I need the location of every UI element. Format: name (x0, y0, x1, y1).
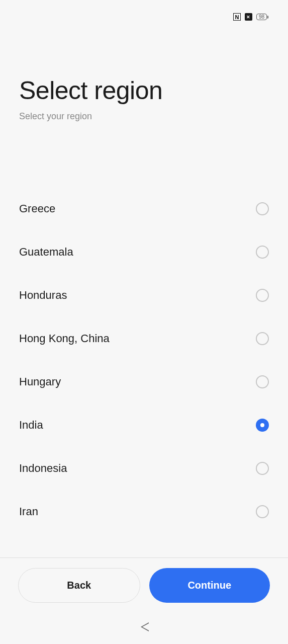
region-label: Hungary (19, 375, 61, 388)
region-label: Greece (19, 202, 55, 215)
radio-icon[interactable] (256, 375, 269, 388)
region-label: Honduras (19, 289, 67, 302)
region-item[interactable]: India (0, 404, 288, 447)
region-item[interactable]: Hong Kong, China (0, 317, 288, 360)
page-header: Select region Select your region (0, 26, 288, 122)
radio-icon[interactable] (256, 289, 269, 302)
battery-level: 98 (256, 14, 267, 20)
page-subtitle: Select your region (19, 111, 269, 122)
region-label: Hong Kong, China (19, 332, 110, 345)
system-nav-bar (0, 613, 288, 644)
radio-icon[interactable] (256, 332, 269, 345)
region-list: GreeceGuatemalaHondurasHong Kong, ChinaH… (0, 187, 288, 557)
region-item[interactable]: Greece (0, 187, 288, 230)
radio-icon[interactable] (256, 202, 269, 215)
radio-icon[interactable] (256, 246, 269, 259)
region-item[interactable]: Guatemala (0, 230, 288, 274)
region-label: Guatemala (19, 246, 73, 259)
page-title: Select region (19, 76, 269, 105)
radio-icon[interactable] (256, 505, 269, 518)
radio-icon[interactable] (256, 462, 269, 475)
region-label: Indonesia (19, 462, 67, 475)
region-label: India (19, 419, 43, 432)
status-bar: ✕ 98 (0, 0, 288, 26)
region-item[interactable]: Indonesia (0, 447, 288, 490)
back-button[interactable]: Back (18, 568, 140, 603)
region-item[interactable]: Hungary (0, 360, 288, 404)
region-item[interactable]: Iran (0, 490, 288, 533)
button-bar: Back Continue (0, 558, 288, 613)
region-item[interactable]: Honduras (0, 274, 288, 317)
continue-button[interactable]: Continue (149, 568, 270, 603)
nav-back-icon[interactable] (140, 622, 149, 632)
close-badge-icon: ✕ (245, 13, 252, 21)
radio-icon[interactable] (256, 419, 269, 432)
region-label: Iran (19, 505, 38, 518)
nfc-icon (233, 13, 241, 21)
